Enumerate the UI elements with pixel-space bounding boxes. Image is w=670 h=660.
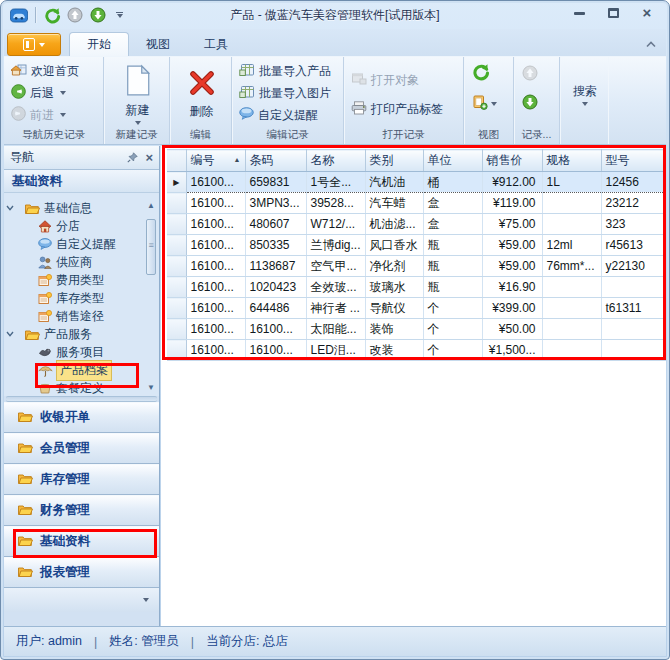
table-cell: y22130 <box>601 256 665 277</box>
down-circle-icon <box>522 94 538 114</box>
tree-item[interactable]: 套餐定义 <box>4 379 159 396</box>
table-row[interactable]: ▶16100...6598311号全...汽机油桶¥912.001L12456 <box>167 172 665 193</box>
minimize-button[interactable] <box>570 6 588 20</box>
forward-icon <box>11 106 26 124</box>
table-row[interactable]: 16100...480607W712/...机油滤...盒¥75.00323 <box>167 214 665 235</box>
column-header[interactable]: 条码 <box>245 150 306 172</box>
table-cell: 323 <box>601 214 665 235</box>
table-cell: LED泪... <box>306 340 365 361</box>
column-header[interactable]: 编号▲ <box>186 150 245 172</box>
refresh-view-button[interactable] <box>472 64 490 84</box>
tree-item[interactable]: 库存类型 <box>4 289 159 307</box>
table-cell: 16100... <box>186 298 245 319</box>
table-row[interactable]: 16100...1138687空气甲...净化剂瓶¥59.0076mm*...y… <box>167 256 665 277</box>
tree-item-label: 产品档案 <box>57 361 111 380</box>
custom-reminder-button[interactable]: 自定义提醒 <box>236 104 341 126</box>
folder-icon <box>24 328 40 341</box>
sidebar-nav-button[interactable]: 财务管理 <box>4 495 159 526</box>
tree-item-label: 销售途径 <box>56 308 104 325</box>
tree-item[interactable]: 供应商 <box>4 253 159 271</box>
chevron-down-icon[interactable] <box>4 205 16 211</box>
table-cell: 个 <box>423 340 482 361</box>
table-row[interactable]: 16100...16100...太阳能...装饰个¥50.00 <box>167 319 665 340</box>
status-bar: 用户: admin|姓名: 管理员|当前分店: 总店 <box>4 626 666 656</box>
batch-import-pictures-button[interactable]: 批量导入图片 <box>236 82 341 104</box>
sidebar-nav-button[interactable]: 库存管理 <box>4 464 159 495</box>
table-cell: 玻璃水 <box>365 277 423 298</box>
tree-item-label: 自定义提醒 <box>56 236 116 253</box>
folder-icon <box>17 565 33 581</box>
layout-view-button[interactable] <box>472 94 497 114</box>
ribbon-group-search: 搜索 <box>560 57 608 144</box>
back-button[interactable]: 后退 <box>8 82 101 104</box>
tree-item[interactable]: 服务项目 <box>4 343 159 361</box>
table-row[interactable]: 16100...3MPN3...39528...汽车蜡盒¥119.0023212 <box>167 193 665 214</box>
sidebar-nav-button[interactable]: 收银开单 <box>4 402 159 433</box>
pin-icon[interactable] <box>127 152 138 163</box>
table-row[interactable]: 16100...644486神行者 ...导航仪个¥399.00t61311 <box>167 298 665 319</box>
umbrella-icon <box>38 364 53 377</box>
nav-button-label: 报表管理 <box>40 564 90 581</box>
chevron-down-icon <box>135 121 141 125</box>
table-cell: 1号全... <box>306 172 365 193</box>
column-header-label: 型号 <box>606 153 630 167</box>
table-cell: 16100... <box>245 340 306 361</box>
tree-item[interactable]: 自定义提醒 <box>4 235 159 253</box>
table-cell <box>542 298 601 319</box>
app-window: 产品 - 傲蓝汽车美容管理软件[试用版本] × 开始 视图 工具 欢迎首页 <box>0 0 670 660</box>
tree-item[interactable]: 产品服务 <box>4 325 159 343</box>
batch-import-products-button[interactable]: 批量导入产品 <box>236 60 341 82</box>
tree-item[interactable]: 费用类型 <box>4 271 159 289</box>
tab-tools[interactable]: 工具 <box>187 32 245 56</box>
sidebar-nav-button[interactable]: 会员管理 <box>4 433 159 464</box>
title-bar: 产品 - 傲蓝汽车美容管理软件[试用版本] × <box>4 1 666 29</box>
tree-item[interactable]: 分店 <box>4 217 159 235</box>
status-item: 用户: admin <box>16 633 82 650</box>
table-cell: 12ml <box>542 235 601 256</box>
table-row[interactable]: 16100...16100...LED泪...改装个¥1,500... <box>167 340 665 361</box>
record-up-button[interactable] <box>522 64 538 84</box>
welcome-home-button[interactable]: 欢迎首页 <box>8 60 101 82</box>
folder-icon <box>17 534 33 550</box>
ribbon-group-nav-history: 欢迎首页 后退 前进 导航历史记录 <box>4 57 104 144</box>
table-cell: ¥1,500... <box>482 340 542 361</box>
form-icon <box>38 292 52 305</box>
new-button[interactable]: 新建 <box>108 60 167 128</box>
column-header[interactable]: 类别 <box>365 150 423 172</box>
forward-button[interactable]: 前进 <box>8 104 101 126</box>
nav-pane-titlebar: 导航 × <box>4 146 159 170</box>
tab-start[interactable]: 开始 <box>69 32 129 56</box>
table-cell: W712/... <box>306 214 365 235</box>
column-header[interactable]: 规格 <box>542 150 601 172</box>
column-header[interactable]: 销售价 <box>482 150 542 172</box>
print-product-label-button[interactable]: 打印产品标签 <box>348 99 461 121</box>
ribbon-group-edit: 删除 编辑 <box>170 57 232 144</box>
tree-item[interactable]: 产品档案 <box>4 361 159 379</box>
restore-button[interactable] <box>604 6 622 20</box>
table-cell: 装饰 <box>365 319 423 340</box>
record-down-button[interactable] <box>522 94 538 114</box>
chevron-down-icon[interactable] <box>4 331 16 337</box>
table-cell: 盒 <box>423 214 482 235</box>
delete-button[interactable]: 删除 <box>174 60 229 128</box>
collapse-ribbon-icon[interactable] <box>646 34 656 52</box>
table-row[interactable]: 16100...1020423全效玻...玻璃水瓶¥16.90 <box>167 277 665 298</box>
close-button[interactable]: × <box>638 6 656 20</box>
sidebar-nav-button[interactable]: 报表管理 <box>4 557 159 588</box>
table-cell: 汽机油 <box>365 172 423 193</box>
nav-options-caret-icon[interactable] <box>143 598 149 602</box>
package-icon <box>38 382 52 394</box>
tree-item[interactable]: 基础信息 <box>4 199 159 217</box>
search-button[interactable]: 搜索 <box>564 60 606 128</box>
table-row[interactable]: 16100...850335兰博dig...风口香水瓶¥59.0012mlr45… <box>167 235 665 256</box>
sidebar-nav-button[interactable]: 基础资料 <box>4 526 159 557</box>
column-header[interactable]: 单位 <box>423 150 482 172</box>
tab-view[interactable]: 视图 <box>129 32 187 56</box>
application-menu-button[interactable] <box>7 33 61 56</box>
table-cell: ¥50.00 <box>482 319 542 340</box>
open-object-button[interactable]: 打开对象 <box>348 70 461 92</box>
column-header[interactable]: 名称 <box>306 150 365 172</box>
close-nav-icon[interactable]: × <box>145 153 153 163</box>
column-header[interactable]: 型号 <box>601 150 665 172</box>
tree-item[interactable]: 销售途径 <box>4 307 159 325</box>
